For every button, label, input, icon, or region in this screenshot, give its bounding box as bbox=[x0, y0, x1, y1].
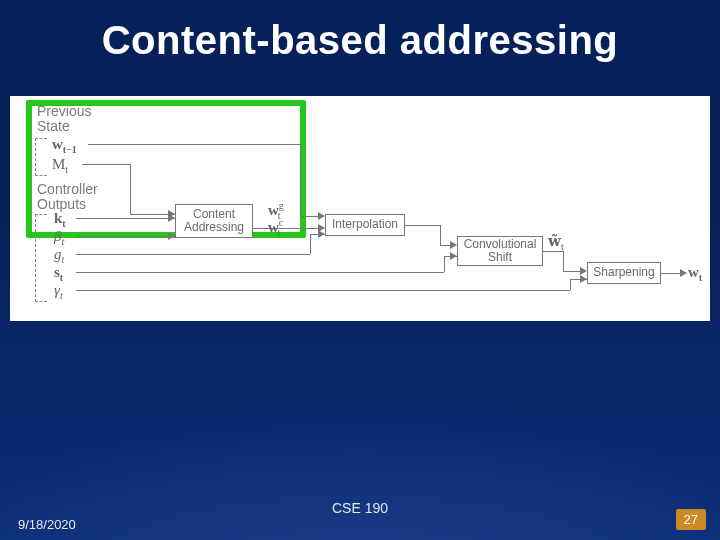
wire bbox=[88, 144, 300, 145]
wire bbox=[300, 216, 320, 217]
wire bbox=[405, 225, 440, 226]
wire bbox=[76, 272, 444, 273]
figure-canvas: Previous State wt−1 Mt Controller Output… bbox=[10, 96, 710, 321]
arrowhead-icon bbox=[580, 267, 587, 275]
symbol-wout: wt bbox=[688, 264, 702, 283]
wire bbox=[570, 279, 571, 290]
wire bbox=[130, 164, 131, 214]
wire bbox=[310, 234, 311, 254]
symbol-s: st bbox=[54, 264, 63, 283]
arrowhead-icon bbox=[580, 275, 587, 283]
node-conv-shift: Convolutional Shift bbox=[457, 236, 543, 266]
arrowhead-icon bbox=[450, 252, 457, 260]
symbol-g: gt bbox=[54, 246, 64, 265]
arrowhead-icon bbox=[318, 230, 325, 238]
wire bbox=[76, 236, 175, 237]
symbol-M: Mt bbox=[52, 156, 68, 175]
wire bbox=[76, 290, 570, 291]
wire bbox=[444, 256, 445, 272]
arrowhead-icon bbox=[318, 212, 325, 220]
wire bbox=[440, 225, 441, 245]
arrowhead-icon bbox=[450, 241, 457, 249]
symbol-wg: wgt bbox=[268, 200, 281, 221]
symbol-wtilde: w̃t bbox=[548, 232, 564, 252]
footer-date: 9/18/2020 bbox=[18, 517, 76, 532]
wire bbox=[300, 144, 301, 216]
label-controller-outputs: Controller Outputs bbox=[37, 182, 98, 211]
architecture-figure: Previous State wt−1 Mt Controller Output… bbox=[10, 96, 710, 321]
bracket-previous-state bbox=[35, 138, 47, 176]
symbol-gamma: γt bbox=[54, 282, 63, 301]
symbol-k: kt bbox=[54, 210, 66, 229]
arrowhead-icon bbox=[680, 269, 687, 277]
node-sharpening: Sharpening bbox=[587, 262, 661, 284]
footer-course: CSE 190 bbox=[0, 500, 720, 516]
arrowhead-icon bbox=[168, 214, 175, 222]
symbol-w-prev: wt−1 bbox=[52, 136, 77, 155]
label-previous-state: Previous State bbox=[37, 104, 91, 133]
bracket-controller-outputs bbox=[35, 214, 47, 302]
arrowhead-icon bbox=[168, 232, 175, 240]
wire bbox=[563, 251, 564, 271]
wire bbox=[76, 254, 310, 255]
slide-title: Content-based addressing bbox=[0, 18, 720, 63]
node-interpolation: Interpolation bbox=[325, 214, 405, 236]
symbol-beta: βt bbox=[54, 228, 64, 247]
wire bbox=[76, 218, 175, 219]
wire bbox=[82, 164, 130, 165]
node-content-addressing: Content Addressing bbox=[175, 204, 253, 238]
page-number-badge: 27 bbox=[676, 509, 706, 530]
